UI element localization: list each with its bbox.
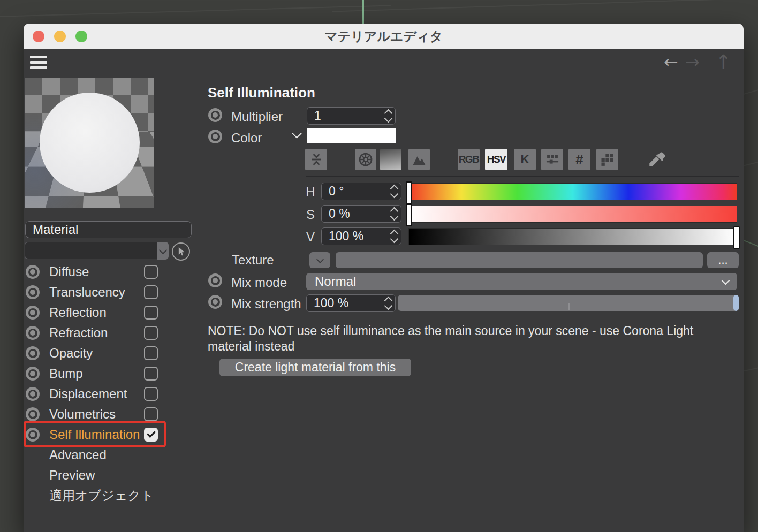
multiplier-value[interactable]: 1 bbox=[307, 109, 381, 123]
collapse-icon bbox=[309, 152, 323, 167]
section-label[interactable]: Preview bbox=[49, 468, 95, 482]
channel-label[interactable]: Refraction bbox=[49, 326, 108, 340]
pick-object-button[interactable] bbox=[172, 242, 190, 261]
channel-row-translucency[interactable]: Translucency bbox=[24, 282, 195, 302]
mix-strength-slider[interactable] bbox=[398, 295, 739, 311]
desktop: { "window_title": "マテリアルエディタ", "toolbar"… bbox=[0, 0, 758, 532]
radio-icon[interactable] bbox=[26, 285, 40, 299]
stepper-arrows-icon[interactable] bbox=[381, 298, 395, 309]
color-spectrum-button[interactable] bbox=[380, 149, 401, 170]
kelvin-mode-button[interactable]: K bbox=[514, 149, 536, 170]
hsv-mode-button[interactable]: HSV bbox=[485, 149, 507, 170]
channel-label[interactable]: Reflection bbox=[49, 306, 107, 320]
section-item-assigned-objects[interactable]: 適用オブジェクト bbox=[24, 485, 195, 506]
value-slider-marker[interactable] bbox=[733, 226, 740, 249]
slider-handle[interactable] bbox=[733, 295, 739, 311]
channel-checkbox[interactable] bbox=[144, 306, 158, 320]
stepper-arrows-icon[interactable] bbox=[381, 110, 395, 121]
back-icon[interactable]: ← bbox=[664, 49, 678, 77]
color-wheel-button[interactable] bbox=[355, 149, 376, 170]
material-select-dropdown-button[interactable] bbox=[157, 242, 169, 260]
stepper-arrows-icon[interactable] bbox=[387, 186, 401, 197]
saturation-value[interactable]: 0 % bbox=[322, 207, 387, 221]
hue-input[interactable]: 0 ° bbox=[321, 183, 401, 200]
menu-icon[interactable] bbox=[30, 56, 47, 70]
material-name-input[interactable]: Material bbox=[25, 221, 192, 238]
create-light-material-button[interactable]: Create light material from this bbox=[219, 359, 411, 376]
value-gradient-slider[interactable] bbox=[408, 228, 737, 245]
texture-label: Texture bbox=[232, 253, 274, 268]
section-label[interactable]: 適用オブジェクト bbox=[49, 489, 154, 503]
channel-row-opacity[interactable]: Opacity bbox=[24, 343, 195, 363]
channel-label[interactable]: Opacity bbox=[49, 346, 93, 360]
section-item-advanced[interactable]: Advanced bbox=[24, 445, 195, 465]
channel-row-refraction[interactable]: Refraction bbox=[24, 323, 195, 343]
radio-icon[interactable] bbox=[26, 407, 40, 421]
saturation-gradient-slider[interactable] bbox=[408, 206, 737, 223]
hue-value[interactable]: 0 ° bbox=[322, 184, 387, 199]
saturation-input[interactable]: 0 % bbox=[321, 205, 401, 223]
compact-mode-button[interactable] bbox=[305, 149, 327, 170]
material-select-input[interactable] bbox=[25, 242, 157, 259]
channel-row-diffuse[interactable]: Diffuse bbox=[24, 262, 195, 282]
mix-strength-value[interactable]: 100 % bbox=[307, 296, 381, 310]
channel-checkbox[interactable] bbox=[144, 367, 158, 381]
color-swatch[interactable] bbox=[307, 128, 396, 143]
channel-checkbox[interactable] bbox=[144, 326, 158, 340]
value-input[interactable]: 100 % bbox=[321, 227, 401, 245]
note-text-line1: NOTE: Do NOT use self illuminance as the… bbox=[208, 323, 693, 339]
up-icon[interactable]: ↑ bbox=[715, 49, 731, 77]
stepper-arrows-icon[interactable] bbox=[387, 231, 401, 242]
radio-icon[interactable] bbox=[26, 326, 40, 340]
radio-icon[interactable] bbox=[26, 306, 40, 320]
eyedropper-button[interactable] bbox=[645, 149, 667, 170]
chevron-down-icon bbox=[722, 277, 730, 285]
material-preview[interactable] bbox=[25, 78, 154, 208]
hue-gradient-slider[interactable] bbox=[408, 183, 737, 200]
channel-row-bump[interactable]: Bump bbox=[24, 363, 195, 384]
radio-icon[interactable] bbox=[208, 295, 222, 309]
saturation-slider-marker[interactable] bbox=[406, 204, 412, 226]
section-label[interactable]: Advanced bbox=[49, 448, 107, 462]
channel-label[interactable]: Translucency bbox=[49, 285, 125, 299]
radio-icon[interactable] bbox=[26, 387, 40, 401]
radio-icon[interactable] bbox=[26, 346, 40, 360]
channel-checkbox[interactable] bbox=[144, 407, 158, 421]
channel-row-reflection[interactable]: Reflection bbox=[24, 302, 195, 323]
multiplier-input[interactable]: 1 bbox=[307, 107, 396, 125]
swatches-button[interactable] bbox=[596, 149, 618, 170]
texture-path-field[interactable] bbox=[336, 252, 703, 268]
radio-icon[interactable] bbox=[208, 273, 222, 287]
toolbar: ← → ↑ bbox=[24, 49, 744, 77]
mix-mode-value: Normal bbox=[315, 274, 356, 289]
texture-browse-button[interactable]: ... bbox=[707, 252, 739, 268]
titlebar[interactable]: マテリアルエディタ bbox=[24, 24, 744, 49]
radio-icon[interactable] bbox=[26, 265, 40, 279]
channel-checkbox[interactable] bbox=[144, 285, 158, 299]
channel-checkbox[interactable] bbox=[144, 346, 158, 360]
value-value[interactable]: 100 % bbox=[322, 229, 387, 244]
hex-mode-button[interactable]: # bbox=[568, 149, 590, 170]
channel-row-displacement[interactable]: Displacement bbox=[24, 384, 195, 404]
channel-label[interactable]: Bump bbox=[49, 367, 83, 381]
stepper-arrows-icon[interactable] bbox=[387, 208, 401, 219]
mixer-mode-button[interactable] bbox=[541, 149, 563, 170]
texture-dropdown-button[interactable] bbox=[309, 252, 330, 268]
channel-label[interactable]: Diffuse bbox=[49, 265, 89, 279]
mix-mode-select[interactable]: Normal bbox=[306, 273, 737, 290]
color-expander-chevron-icon[interactable] bbox=[293, 130, 300, 137]
mix-strength-input[interactable]: 100 % bbox=[306, 294, 396, 312]
radio-icon[interactable] bbox=[208, 130, 222, 143]
rgb-mode-button[interactable]: RGB bbox=[458, 149, 480, 170]
radio-icon[interactable] bbox=[26, 367, 40, 381]
radio-icon[interactable] bbox=[208, 108, 222, 122]
channel-label[interactable]: Displacement bbox=[49, 387, 127, 401]
channel-label[interactable]: Volumetrics bbox=[49, 407, 116, 421]
forward-icon[interactable]: → bbox=[685, 49, 700, 77]
section-divider bbox=[306, 176, 739, 177]
section-item-preview[interactable]: Preview bbox=[24, 465, 195, 485]
channel-checkbox[interactable] bbox=[144, 387, 158, 401]
color-from-image-button[interactable] bbox=[408, 149, 430, 170]
channel-checkbox[interactable] bbox=[144, 265, 158, 279]
hue-slider-marker[interactable] bbox=[406, 181, 412, 204]
